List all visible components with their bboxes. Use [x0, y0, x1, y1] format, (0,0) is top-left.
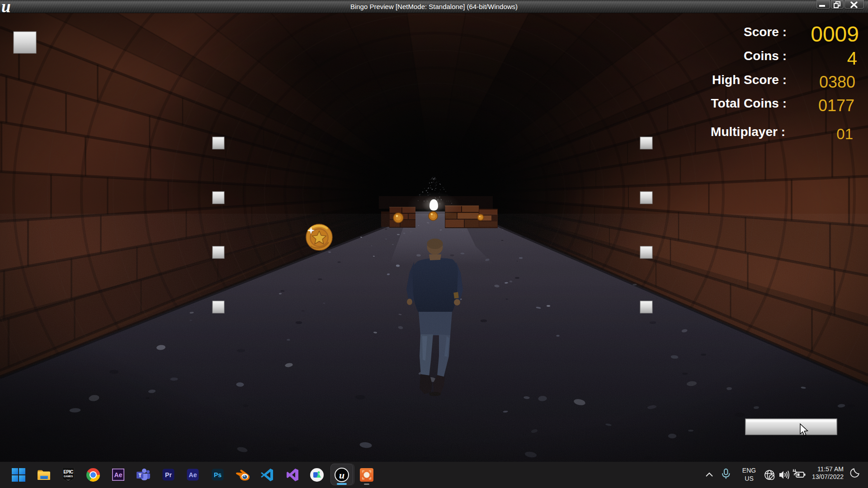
svg-text:GAMES: GAMES — [64, 475, 73, 478]
svg-text:Ps: Ps — [214, 471, 222, 479]
svg-text:T: T — [138, 473, 142, 478]
svg-text:u: u — [339, 469, 344, 481]
svg-text:Pr: Pr — [165, 471, 172, 479]
svg-text:Ae: Ae — [114, 471, 123, 479]
svg-text:EPIC: EPIC — [63, 469, 73, 474]
svg-text:Ae: Ae — [189, 471, 197, 479]
